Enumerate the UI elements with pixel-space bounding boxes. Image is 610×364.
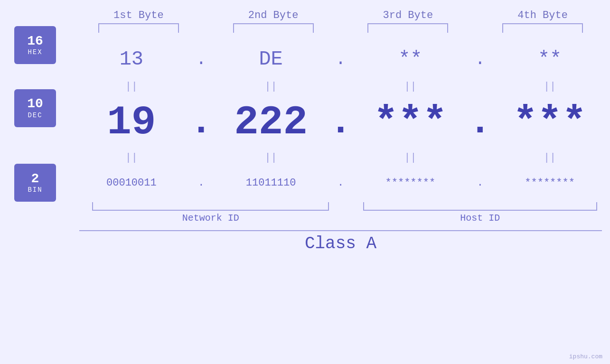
- hex-b1-value: 13: [120, 48, 143, 71]
- dec-b2-value: 222: [234, 102, 308, 143]
- hex-badge-row: 16 HEX: [14, 40, 56, 78]
- dec-dot2: .: [329, 96, 352, 149]
- hex-b1-cell: 13: [71, 48, 192, 71]
- bracket-cell-2: [206, 23, 341, 37]
- hex-b3-value: **: [398, 48, 422, 71]
- hex-dot3: .: [475, 50, 485, 69]
- byte1-label: 1st Byte: [71, 9, 206, 21]
- dec-badge-num: 10: [27, 97, 43, 112]
- hex-b4-value: **: [538, 48, 562, 71]
- byte3-label: 3rd Byte: [341, 9, 476, 21]
- eq1-b2: ||: [211, 80, 331, 94]
- bin-b4-value: ********: [525, 177, 575, 189]
- bracket-cell-4: [475, 23, 610, 37]
- host-bracket-container: Host ID: [350, 202, 610, 224]
- dec-b4-value: ***: [513, 102, 587, 143]
- hex-sep3: .: [470, 50, 489, 69]
- bracket-top-1: [98, 23, 179, 33]
- dec-b3-cell: ***: [350, 102, 471, 143]
- eq1-b3-sym: ||: [404, 80, 416, 94]
- eq1-b3: ||: [350, 80, 471, 94]
- eq2-b1: ||: [71, 152, 192, 164]
- dec-sep3: .: [470, 96, 489, 149]
- bin-dot1: .: [198, 177, 204, 189]
- eq2-b3: ||: [350, 152, 471, 164]
- hex-badge: 16 HEX: [14, 26, 56, 64]
- dec-b1-cell: 19: [71, 102, 192, 143]
- hex-b3-cell: **: [350, 48, 471, 71]
- eq1-b4-sym: ||: [544, 80, 556, 94]
- bin-dot3: .: [477, 177, 483, 189]
- host-id-label: Host ID: [460, 213, 500, 224]
- dec-sep1: .: [192, 96, 211, 149]
- bin-b2-value: 11011110: [246, 177, 296, 189]
- class-bracket-line: [79, 230, 602, 231]
- bin-data-row: 00010011 . 11011110 . ******** . *******…: [71, 166, 610, 199]
- eq2-b3-sym: ||: [404, 152, 416, 164]
- network-bracket-line: [92, 202, 329, 211]
- bin-b1-value: 00010011: [106, 177, 157, 189]
- bracket-top-2: [233, 23, 314, 33]
- badge-area: 16 HEX 10 DEC 2 BIN: [14, 40, 56, 199]
- bin-b3-cell: ********: [350, 177, 471, 189]
- rows-area: 13 . DE . ** . ** ||: [71, 40, 610, 253]
- bracket-cell-1: [71, 23, 206, 37]
- top-brackets-row: [0, 23, 610, 37]
- bin-sep3: .: [470, 177, 489, 189]
- eq2-b1-sym: ||: [125, 152, 138, 164]
- eq-row-1: || || || ||: [71, 78, 610, 95]
- eq2-b2: ||: [211, 152, 331, 164]
- hex-badge-num: 16: [27, 34, 43, 49]
- eq1-b2-sym: ||: [264, 80, 277, 94]
- bin-badge: 2 BIN: [14, 164, 56, 202]
- dec-badge-name: DEC: [28, 112, 42, 119]
- bin-b4-cell: ********: [489, 177, 610, 189]
- hex-b2-value: DE: [259, 48, 282, 71]
- bin-badge-row: 2 BIN: [14, 166, 56, 199]
- dec-b3-value: ***: [374, 102, 447, 143]
- dec-b2-cell: 222: [211, 102, 331, 143]
- eq1-b1-sym: ||: [125, 80, 138, 94]
- dec-dot1: .: [190, 96, 213, 149]
- watermark: ipshu.com: [569, 353, 602, 360]
- eq1-b1: ||: [71, 80, 192, 94]
- byte4-label: 4th Byte: [475, 9, 610, 21]
- hex-sep2: .: [331, 50, 350, 69]
- byte-labels-row: 1st Byte 2nd Byte 3rd Byte 4th Byte: [0, 9, 610, 21]
- bin-badge-name: BIN: [28, 186, 42, 194]
- dec-data-row: 19 . 222 . *** . ***: [71, 95, 610, 149]
- hex-dot2: .: [336, 50, 346, 69]
- class-row: Class A: [71, 230, 610, 253]
- hex-data-row: 13 . DE . ** . **: [71, 40, 610, 78]
- hex-sep1: .: [192, 50, 211, 69]
- dec-badge-row: 10 DEC: [14, 95, 56, 149]
- dec-b1-value: 19: [107, 102, 156, 143]
- dec-b4-cell: ***: [489, 102, 610, 143]
- bin-dot2: .: [338, 177, 344, 189]
- bin-sep1: .: [192, 177, 211, 189]
- bin-b3-value: ********: [385, 177, 436, 189]
- bottom-brackets-row: Network ID Host ID: [71, 202, 610, 224]
- dec-dot3: .: [469, 96, 491, 149]
- byte2-label: 2nd Byte: [206, 9, 341, 21]
- eq2-b4: ||: [489, 152, 610, 164]
- eq1-b4: ||: [489, 80, 610, 94]
- network-id-label: Network ID: [182, 213, 239, 224]
- hex-badge-name: HEX: [28, 48, 42, 56]
- hex-dot1: .: [196, 50, 206, 69]
- eq2-b2-sym: ||: [264, 152, 277, 164]
- hex-b4-cell: **: [489, 48, 610, 71]
- hex-b2-cell: DE: [211, 48, 331, 71]
- bracket-cell-3: [341, 23, 476, 37]
- bin-b1-cell: 00010011: [71, 177, 192, 189]
- bin-sep2: .: [331, 177, 350, 189]
- host-bracket-line: [363, 202, 597, 211]
- class-label: Class A: [305, 234, 376, 253]
- bin-badge-num: 2: [31, 172, 39, 187]
- bracket-top-3: [367, 23, 448, 33]
- eq-row-2: || || || ||: [71, 149, 610, 166]
- bracket-top-4: [502, 23, 583, 33]
- eq2-b4-sym: ||: [544, 152, 556, 164]
- bin-b2-cell: 11011110: [211, 177, 331, 189]
- network-bracket-container: Network ID: [71, 202, 350, 224]
